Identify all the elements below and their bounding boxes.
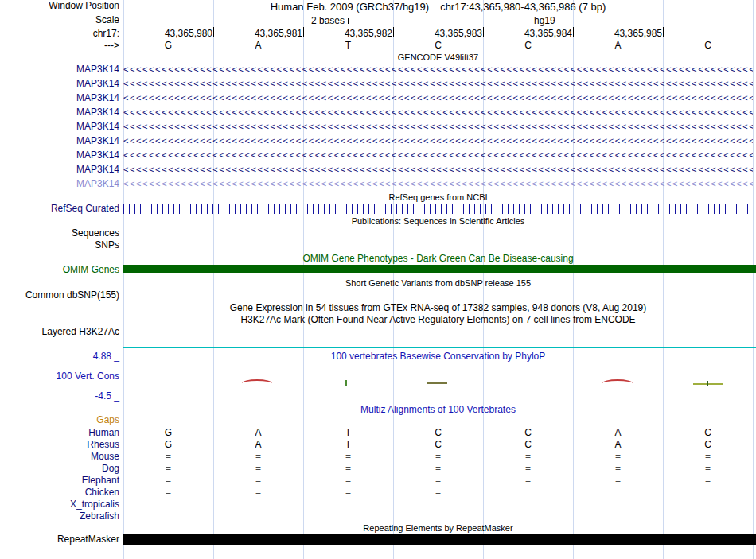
alignment-gap: = <box>393 476 483 486</box>
gene-label-map3k14[interactable]: MAP3K14 <box>0 107 119 118</box>
track-title-refseq[interactable]: RefSeq genes from NCBI <box>123 192 753 203</box>
species-label-zebrafish[interactable]: Zebrafish <box>0 511 119 522</box>
alignment-base: A <box>213 428 303 438</box>
gene-label-map3k14[interactable]: MAP3K14 <box>0 150 119 161</box>
ruler-base: C <box>663 41 753 51</box>
phylop-axis-min: -4.5 _ <box>0 391 119 402</box>
species-label-human[interactable]: Human <box>0 428 119 438</box>
track-title-repeatmasker[interactable]: Repeating Elements by RepeatMasker <box>123 523 753 534</box>
gene-label-map3k14[interactable]: MAP3K14 <box>0 165 119 175</box>
ruler-coordinate: 43,365,982 <box>318 29 392 39</box>
repeatmasker-label[interactable]: RepeatMasker <box>0 534 119 545</box>
species-label-x-tropicalis[interactable]: X_tropicalis <box>0 499 119 510</box>
alignment-gap: = <box>483 452 573 462</box>
ruler-base: T <box>303 41 393 51</box>
alignment-base: C <box>483 440 573 450</box>
scale-bar <box>348 21 528 21</box>
gene-transcript-arrows[interactable] <box>123 93 753 104</box>
track-title-publications[interactable]: Publications: Sequences in Scientific Ar… <box>123 216 753 227</box>
species-label-mouse[interactable]: Mouse <box>0 452 119 462</box>
gene-label-map3k14[interactable]: MAP3K14 <box>0 93 119 103</box>
ruler-base: C <box>483 41 573 51</box>
alignment-gap: = <box>213 464 303 474</box>
refseq-curated-label[interactable]: RefSeq Curated <box>0 204 119 214</box>
ruler-base: G <box>123 41 213 51</box>
alignment-gap: = <box>663 452 753 462</box>
gene-transcript-arrows[interactable] <box>123 179 753 190</box>
ruler-tick <box>663 27 664 37</box>
gene-transcript-arrows[interactable] <box>123 64 753 76</box>
conservation-mark-dark-tick <box>707 381 708 386</box>
alignment-gap: = <box>393 452 483 462</box>
alignment-gap: = <box>123 487 213 498</box>
gaps-label[interactable]: Gaps <box>0 415 119 425</box>
alignment-base: G <box>123 440 213 450</box>
alignment-base: T <box>303 428 393 438</box>
alignment-gap: = <box>303 464 393 474</box>
layered-h3k27ac-label[interactable]: Layered H3K27Ac <box>0 327 119 337</box>
snps-label[interactable]: SNPs <box>0 240 119 250</box>
gene-transcript-arrows[interactable] <box>123 122 753 133</box>
ruler-coordinate: 43,365,981 <box>228 29 302 39</box>
species-label-chicken[interactable]: Chicken <box>0 487 119 498</box>
scale-label: Scale <box>0 15 119 25</box>
ruler-coordinate: 43,365,985 <box>587 29 662 39</box>
gene-transcript-arrows[interactable] <box>123 150 753 161</box>
genome-browser-view: Window Position Human Feb. 2009 (GRCh37/… <box>0 0 756 559</box>
alignment-gap: = <box>303 476 393 486</box>
alignment-gap: = <box>573 464 663 474</box>
species-label-dog[interactable]: Dog <box>0 464 119 474</box>
alignment-gap: = <box>663 476 753 486</box>
alignment-gap: = <box>393 464 483 474</box>
alignment-gap: = <box>213 452 303 462</box>
ruler-tick <box>303 27 304 37</box>
alignment-base: C <box>393 428 483 438</box>
base-guideline <box>753 0 754 559</box>
omim-gene-bar[interactable] <box>123 265 756 273</box>
gene-transcript-arrows[interactable] <box>123 79 753 90</box>
species-label-rhesus[interactable]: Rhesus <box>0 440 119 450</box>
position-range: chr17:43,365,980-43,365,986 (7 bp) <box>440 1 606 13</box>
omim-genes-label[interactable]: OMIM Genes <box>0 265 119 275</box>
alignment-gap: = <box>123 476 213 486</box>
common-dbsnp-label[interactable]: Common dbSNP(155) <box>0 290 119 301</box>
refseq-curated-track[interactable] <box>123 204 753 214</box>
track-title-gencode[interactable]: GENCODE V49lift37 <box>123 52 753 63</box>
gene-label-map3k14[interactable]: MAP3K14 <box>0 179 119 189</box>
gene-transcript-arrows[interactable] <box>123 136 753 147</box>
gene-label-map3k14[interactable]: MAP3K14 <box>0 122 119 132</box>
alignment-gap: = <box>123 464 213 474</box>
gene-label-map3k14[interactable]: MAP3K14 <box>0 79 119 89</box>
gene-label-map3k14[interactable]: MAP3K14 <box>0 64 119 75</box>
alignment-gap: = <box>213 476 303 486</box>
gene-transcript-arrows[interactable] <box>123 107 753 118</box>
window-position-label: Window Position <box>0 1 119 11</box>
ruler-coordinate: 43,365,980 <box>138 29 212 39</box>
scale-value: 2 bases <box>265 15 345 26</box>
sequences-label[interactable]: Sequences <box>0 228 119 239</box>
conservation-mark-yellowgreen-dash <box>693 383 723 385</box>
vert-cons-label[interactable]: 100 Vert. Cons <box>0 371 119 382</box>
species-label-elephant[interactable]: Elephant <box>0 476 119 486</box>
track-title-gtex[interactable]: Gene Expression in 54 tissues from GTEx … <box>123 303 753 313</box>
track-title-h3k27ac[interactable]: H3K27Ac Mark (Often Found Near Active Re… <box>123 315 753 325</box>
ruler-coordinate: 43,365,984 <box>497 29 572 39</box>
track-title-phylop[interactable]: 100 vertebrates Basewise Conservation by… <box>123 351 753 362</box>
alignment-gap: = <box>393 487 483 498</box>
h3k27ac-signal-line[interactable] <box>123 347 756 348</box>
gene-label-map3k14[interactable]: MAP3K14 <box>0 136 119 146</box>
chrom-label: chr17: <box>0 29 119 39</box>
alignment-gap: = <box>663 464 753 474</box>
track-title-omim[interactable]: OMIM Gene Phenotypes - Dark Green Can Be… <box>123 254 753 264</box>
scale-bar-right-cap <box>528 18 528 24</box>
ruler-tick <box>573 27 574 37</box>
repeatmasker-bar[interactable] <box>123 534 756 545</box>
alignment-gap: = <box>483 476 573 486</box>
scale-bar-left-cap <box>348 18 349 24</box>
gene-transcript-arrows[interactable] <box>123 165 753 176</box>
alignment-gap: = <box>573 452 663 462</box>
track-title-multiz[interactable]: Multiz Alignments of 100 Vertebrates <box>123 405 753 415</box>
alignment-base: C <box>393 440 483 450</box>
track-title-dbsnp[interactable]: Short Genetic Variants from dbSNP releas… <box>123 278 753 289</box>
conservation-mark-olive-dash <box>427 382 447 384</box>
